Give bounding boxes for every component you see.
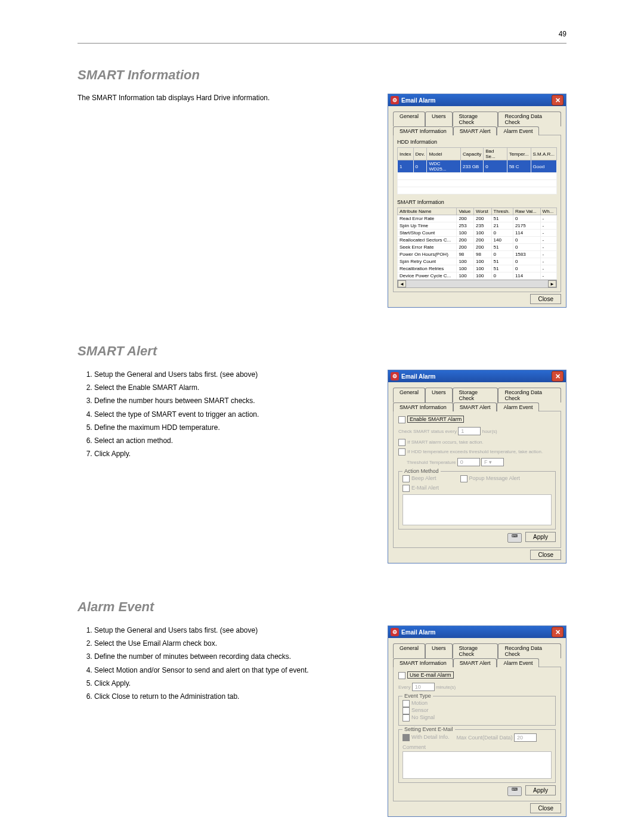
table-row[interactable]: Power On Hours(POH)989801583- (398, 251, 557, 258)
tab-general[interactable]: General (393, 112, 425, 126)
enable-smart-checkbox[interactable] (398, 416, 405, 423)
list-item: Setup the General and Users tabs first. … (94, 625, 370, 635)
use-email-label: Use E-mail Alarm (407, 671, 454, 679)
tab-smart-alert[interactable]: SMART Alert (453, 126, 497, 135)
table-row[interactable]: Read Error Rate200200510- (398, 215, 557, 222)
tab-smart-alert[interactable]: SMART Alert (453, 658, 497, 667)
dialog-alarm-event: ⚙ Email Alarm ✕ General Users Storage Ch… (388, 625, 566, 817)
comment-label: Comment (402, 744, 552, 750)
popup-checkbox[interactable] (460, 475, 467, 482)
nosignal-checkbox[interactable] (402, 714, 410, 721)
max-count-input[interactable]: 20 (514, 733, 537, 742)
if-temp-checkbox[interactable] (398, 448, 405, 456)
table-row[interactable]: 10WDC WD25...233 GB058 CGood (398, 160, 557, 173)
heading-smart-alert: SMART Alert (78, 343, 566, 359)
table-row[interactable]: Seek Error Rate200200510- (398, 244, 557, 251)
check-every-unit: hour(s) (482, 429, 497, 434)
table-row[interactable]: Reallocated Sectors C...2002001400- (398, 237, 557, 244)
close-icon[interactable]: ✕ (552, 627, 564, 637)
beep-checkbox[interactable] (402, 475, 410, 482)
every-unit: minute(s) (436, 685, 456, 690)
use-email-checkbox[interactable] (398, 672, 405, 679)
dialog-smart-alert: ⚙ Email Alarm ✕ General Users Storage Ch… (388, 370, 566, 563)
titlebar: ⚙ Email Alarm ✕ (388, 370, 566, 382)
close-icon[interactable]: ✕ (552, 371, 564, 382)
email-list (402, 494, 552, 525)
threshold-label: Threshold Temperature (407, 460, 456, 465)
table-row[interactable]: Start/Stop Count1001000114- (398, 230, 557, 237)
list-item: Define the number hours between SMART ch… (94, 396, 370, 405)
tab-storage[interactable]: Storage Check (453, 643, 499, 658)
tab-recdata[interactable]: Recording Data Check (498, 643, 561, 658)
titlebar: ⚙ Email Alarm ✕ (388, 626, 566, 638)
heading-alarm-event: Alarm Event (78, 599, 566, 615)
tab-storage[interactable]: Storage Check (453, 388, 499, 402)
tab-smart-info[interactable]: SMART Information (393, 658, 453, 667)
dialog-smart-info: ⚙ Email Alarm ✕ General Users Storage Ch… (388, 94, 566, 308)
smart-table: Attribute Name Value Worst Thresh. Raw V… (397, 208, 557, 280)
close-button[interactable]: Close (530, 803, 561, 813)
list-item: Setup the General and Users tabs first. … (94, 370, 370, 379)
apply-button[interactable]: Apply (525, 785, 556, 795)
threshold-input[interactable]: 0 (457, 458, 480, 466)
with-detail-checkbox[interactable] (402, 734, 410, 741)
list-item: Define the number of minutes between rec… (94, 652, 370, 661)
tab-smart-alert[interactable]: SMART Alert (453, 402, 497, 411)
tab-storage[interactable]: Storage Check (453, 112, 499, 126)
if-alarm-checkbox[interactable] (398, 439, 405, 446)
heading-smart-info: SMART Information (78, 67, 566, 83)
check-every-input[interactable]: 1 (458, 427, 481, 435)
page-number: 49 (78, 30, 566, 38)
close-button[interactable]: Close (530, 294, 561, 304)
dialog-title: Email Alarm (401, 629, 435, 636)
comment-box[interactable] (402, 751, 552, 779)
threshold-unit-select[interactable]: F ▾ (481, 458, 504, 466)
event-type-label: Event Type (402, 693, 433, 699)
hdd-info-label: HDD Information (397, 139, 557, 145)
tab-users[interactable]: Users (425, 112, 453, 126)
check-every-label: Check SMART status every (398, 429, 457, 434)
email-alert-checkbox[interactable] (402, 485, 410, 492)
tab-alarm-event[interactable]: Alarm Event (497, 658, 539, 667)
tab-general[interactable]: General (393, 388, 425, 402)
tab-users[interactable]: Users (425, 388, 453, 402)
action-method-label: Action Method (402, 468, 441, 474)
tab-smart-info[interactable]: SMART Information (393, 126, 453, 135)
alarm-event-steps: Setup the General and Users tabs first. … (78, 625, 370, 701)
tab-alarm-event[interactable]: Alarm Event (497, 126, 539, 135)
enable-smart-label: Enable SMART Alarm (407, 416, 464, 423)
scrollbar-horizontal[interactable]: ◄► (397, 280, 557, 288)
motion-checkbox[interactable] (402, 700, 410, 707)
list-item: Select the Enable SMART Alarm. (94, 383, 370, 392)
tab-users[interactable]: Users (425, 643, 453, 658)
divider (78, 43, 566, 44)
keyboard-icon[interactable]: ⌨ (507, 533, 522, 543)
apply-button[interactable]: Apply (525, 532, 556, 542)
list-item: Select the Use Email Alarm check box. (94, 639, 370, 648)
tab-recdata[interactable]: Recording Data Check (498, 388, 561, 402)
app-icon: ⚙ (391, 628, 399, 636)
table-row[interactable]: Recalibration Retries100100510- (398, 265, 557, 272)
keyboard-icon[interactable]: ⌨ (507, 786, 522, 796)
list-item: Select the type of SMART event to trigge… (94, 410, 370, 419)
tab-smart-info[interactable]: SMART Information (393, 402, 453, 411)
tab-general[interactable]: General (393, 643, 425, 658)
close-button[interactable]: Close (530, 550, 561, 560)
setting-email-label: Setting Event E-Mail (402, 726, 455, 732)
every-input[interactable]: 10 (412, 683, 435, 691)
table-row[interactable]: Device Power Cycle C...1001000114- (398, 272, 557, 280)
app-icon: ⚙ (391, 96, 399, 104)
titlebar: ⚙ Email Alarm ✕ (388, 94, 566, 106)
smart-info-label: SMART Information (397, 199, 557, 205)
table-row[interactable]: Spin Retry Count100100510- (398, 258, 557, 265)
sensor-checkbox[interactable] (402, 707, 410, 714)
list-item: Select an action method. (94, 436, 370, 445)
tab-recdata[interactable]: Recording Data Check (498, 112, 561, 126)
if-alarm-label: If SMART alarm occurs, take action. (407, 439, 484, 445)
list-item: Click Apply. (94, 449, 370, 459)
hdd-table: Index Dev. Model Capacity Bad Se... Temp… (397, 147, 557, 194)
table-row[interactable]: Spin Up Time253235212175- (398, 222, 557, 230)
tab-alarm-event[interactable]: Alarm Event (497, 402, 539, 411)
if-temp-label: If HDD temperature exceeds threshold tem… (407, 449, 543, 454)
close-icon[interactable]: ✕ (552, 95, 564, 106)
